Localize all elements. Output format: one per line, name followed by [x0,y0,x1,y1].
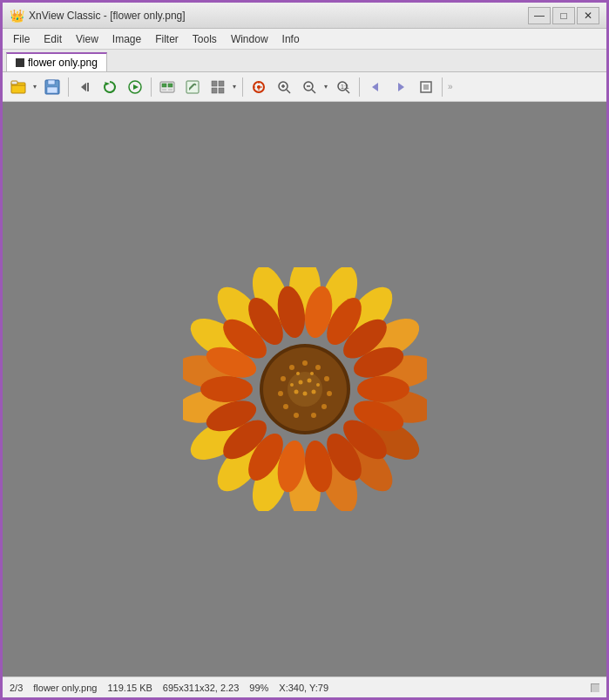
svg-rect-11 [168,89,173,91]
svg-point-80 [296,372,300,375]
menu-item-edit[interactable]: Edit [37,29,69,49]
svg-point-82 [290,383,294,387]
status-index: 2/3 [10,683,23,693]
rotate-button[interactable] [414,75,438,99]
svg-point-68 [294,413,299,418]
separator-1 [68,77,69,97]
app-icon: 👑 [10,9,24,23]
svg-rect-8 [162,84,166,87]
svg-point-74 [307,379,311,383]
tab-label: flower only.png [28,57,98,69]
svg-point-18 [257,85,261,89]
zoom-in-group [272,75,296,99]
separator-4 [359,77,360,97]
svg-point-69 [283,404,288,409]
file-tab[interactable]: flower only.png [6,52,107,71]
svg-point-64 [324,376,329,381]
svg-rect-3 [48,80,55,84]
svg-rect-9 [168,84,173,87]
svg-point-71 [281,376,286,381]
svg-point-70 [278,391,283,396]
svg-rect-5 [87,83,89,91]
svg-rect-15 [212,88,217,93]
status-coords: X:340, Y:79 [279,683,328,693]
toolbar: ▾ ▾ [3,72,606,102]
color-picker-button[interactable] [247,75,271,99]
svg-point-73 [288,372,322,407]
browse-button[interactable] [155,75,179,99]
menu-item-tools[interactable]: Tools [186,29,224,49]
menu-item-info[interactable]: Info [275,29,307,49]
toolbar-end: » [446,82,455,91]
svg-point-78 [294,390,298,394]
minimize-button[interactable]: — [528,7,551,24]
svg-point-79 [310,372,314,375]
zoom-in-button[interactable] [272,75,296,99]
svg-point-46 [357,376,409,402]
svg-point-66 [321,404,327,409]
status-bar: 2/3 flower only.png 119.15 KB 695x311x32… [3,676,606,697]
svg-text:1:1: 1:1 [341,84,349,90]
title-bar: 👑 XnView Classic - [flower only.png] — □… [3,3,606,29]
separator-5 [442,77,443,97]
title-bar-buttons: — □ ✕ [528,7,599,24]
title-text: XnView Classic - [flower only.png] [29,10,186,22]
prev-button[interactable] [363,75,388,99]
svg-rect-4 [47,87,58,93]
svg-point-77 [311,390,315,394]
status-filesize: 119.15 KB [107,683,152,693]
menu-item-view[interactable]: View [69,29,105,49]
flower-image [183,267,427,511]
menu-item-image[interactable]: Image [105,29,148,49]
svg-rect-10 [162,89,166,91]
menu-item-filter[interactable]: Filter [148,29,186,49]
svg-point-65 [327,391,332,396]
play-button[interactable] [123,75,147,99]
maximize-button[interactable]: □ [552,7,575,24]
status-dimensions: 695x311x32, 2.23 [163,683,239,693]
zoom-out-button[interactable] [297,75,321,99]
main-window: 👑 XnView Classic - [flower only.png] — □… [2,2,607,698]
menu-item-file[interactable]: File [6,29,37,49]
save-group [40,75,64,99]
open-dropdown[interactable]: ▾ [30,75,39,99]
zoom-actual-button[interactable]: 1:1 [331,75,355,99]
next-button[interactable] [389,75,413,99]
svg-point-76 [302,392,307,396]
zoom-out-group: ▾ [297,75,330,99]
svg-point-62 [302,360,308,366]
svg-rect-13 [212,81,217,86]
close-button[interactable]: ✕ [577,7,599,24]
refresh-button[interactable] [98,75,122,99]
canvas-area [3,102,606,676]
svg-rect-16 [219,88,224,93]
resize-grip [591,683,599,692]
status-zoom: 99% [249,683,268,693]
zoom-dropdown[interactable]: ▾ [321,75,330,99]
svg-point-63 [315,365,321,370]
prev-folder-button[interactable] [72,75,97,99]
separator-2 [151,77,152,97]
display-dropdown[interactable]: ▾ [230,75,239,99]
svg-point-72 [289,365,294,370]
separator-3 [242,77,243,97]
svg-point-55 [200,376,253,402]
menu-item-window[interactable]: Window [224,29,275,49]
svg-point-75 [298,380,302,385]
status-filename: flower only.png [33,683,97,693]
svg-rect-1 [11,81,17,84]
menu-bar: FileEditViewImageFilterToolsWindowInfo [3,29,606,50]
tab-icon [16,58,24,67]
display-group: ▾ [206,75,239,99]
svg-point-67 [311,413,316,418]
open-button[interactable] [6,75,30,99]
tab-bar: flower only.png [3,50,606,72]
edit-button[interactable] [180,75,205,99]
display-button[interactable] [206,75,230,99]
svg-rect-14 [219,81,224,86]
save-button[interactable] [40,75,64,99]
svg-point-81 [316,383,320,387]
title-bar-left: 👑 XnView Classic - [flower only.png] [10,9,186,23]
open-group: ▾ [6,75,39,99]
